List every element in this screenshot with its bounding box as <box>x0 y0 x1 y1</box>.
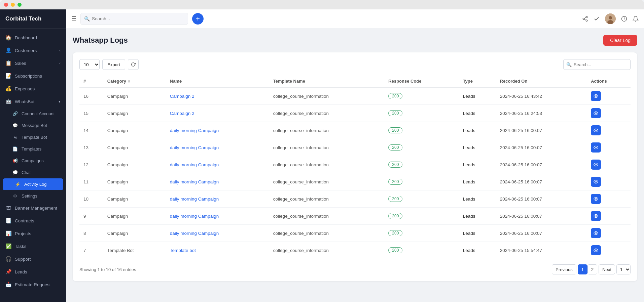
search-icon: 🔍 <box>84 16 90 21</box>
minimize-dot[interactable] <box>11 3 15 7</box>
sidebar-item-estimate-request[interactable]: 📩Estimate Request <box>0 278 66 291</box>
svg-point-2 <box>586 20 587 21</box>
cell-date: 2024-06-25 16:00:07 <box>496 225 587 242</box>
sidebar-item-sales[interactable]: 📋Sales‹ <box>0 57 66 70</box>
page-num-select[interactable]: 1 <box>616 264 631 274</box>
view-button[interactable] <box>591 160 601 170</box>
response-code-badge: 200 <box>388 144 402 150</box>
table-row: 7Template BotTemplate botcollege_course_… <box>79 242 631 259</box>
cell-date: 2024-06-25 16:00:07 <box>496 173 587 190</box>
bell-icon[interactable] <box>633 16 639 22</box>
sidebar-item-expenses[interactable]: 💰Expenses <box>0 82 66 95</box>
connect-account-icon: 🔗 <box>12 111 18 116</box>
cell-name: Campaign 2 <box>166 105 269 122</box>
main-content: Whatsapp Logs Clear Log 102550100 Export… <box>66 28 644 302</box>
view-button[interactable] <box>591 91 601 101</box>
response-code-badge: 200 <box>388 110 402 116</box>
refresh-button[interactable] <box>128 59 139 70</box>
sidebar-item-campaigns[interactable]: 📢Campaigns <box>0 155 66 167</box>
cell-name: daily morning Campaign <box>166 139 269 156</box>
share-icon[interactable] <box>582 16 588 22</box>
sidebar-item-label-leads: Leads <box>15 269 27 274</box>
cell-date: 2024-06-25 16:00:07 <box>496 190 587 208</box>
add-button[interactable]: + <box>192 13 204 25</box>
cell-response: 200 <box>384 225 459 242</box>
cell-date: 2024-06-25 16:24:53 <box>496 105 587 122</box>
topbar: ☰ 🔍 + <box>66 9 644 28</box>
showing-text: Showing 1 to 10 of 16 entries <box>79 267 136 272</box>
search-input[interactable] <box>92 16 184 21</box>
sidebar-item-connect-account[interactable]: 🔗Connect Account <box>0 108 66 120</box>
maximize-dot[interactable] <box>17 3 22 7</box>
view-button[interactable] <box>591 211 601 221</box>
table-row: 15CampaignCampaign 2college_course_infor… <box>79 105 631 122</box>
table-search-input[interactable] <box>574 62 628 67</box>
sidebar-item-support[interactable]: 🎧Support <box>0 253 66 265</box>
sidebar-item-projects[interactable]: 📊Projects <box>0 227 66 240</box>
sidebar-item-label-whatsbot: WhatsBot <box>15 99 35 104</box>
cell-actions <box>587 122 631 139</box>
view-button[interactable] <box>591 245 601 255</box>
sidebar-item-templates[interactable]: 📄Templates <box>0 143 66 155</box>
avatar[interactable] <box>605 13 616 24</box>
sidebar-item-chat[interactable]: 💭Chat <box>0 167 66 178</box>
sidebar-item-leads[interactable]: 📌Leads <box>0 265 66 278</box>
table-row: 10Campaigndaily morning Campaigncollege_… <box>79 190 631 208</box>
sidebar-item-customers[interactable]: 👤Customers‹ <box>0 44 66 57</box>
sidebar-item-label-sales: Sales <box>15 61 26 66</box>
next-page-button[interactable]: Next <box>599 264 615 274</box>
sidebar-item-dashboard[interactable]: 🏠Dashboard <box>0 31 66 44</box>
view-button[interactable] <box>591 108 601 118</box>
expenses-icon: 💰 <box>5 86 11 92</box>
clear-log-button[interactable]: Clear Log <box>603 35 637 46</box>
cell-actions <box>587 208 631 225</box>
view-button[interactable] <box>591 194 601 204</box>
cell-date: 2024-06-25 15:54:47 <box>496 242 587 259</box>
view-button[interactable] <box>591 177 601 187</box>
subscriptions-icon: 📝 <box>5 73 11 79</box>
sidebar-item-whatsbot[interactable]: 🤖WhatsBot▾ <box>0 95 66 108</box>
page-2-button[interactable]: 2 <box>587 264 597 274</box>
export-button[interactable]: Export <box>102 59 125 70</box>
sidebar-item-banner-management[interactable]: 🖼Banner Management <box>0 202 66 214</box>
view-button[interactable] <box>591 228 601 238</box>
menu-icon[interactable]: ☰ <box>71 15 76 22</box>
cell-response: 200 <box>384 190 459 208</box>
sidebar-item-template-bot[interactable]: 🖨Template Bot <box>0 131 66 143</box>
per-page-select[interactable]: 102550100 <box>79 59 100 70</box>
sidebar-item-subscriptions[interactable]: 📝Subscriptions <box>0 70 66 82</box>
sidebar-item-message-bot[interactable]: 💬Message Bot <box>0 120 66 131</box>
chevron-icon: ▾ <box>59 99 61 104</box>
close-dot[interactable] <box>4 3 8 7</box>
col-header-template-name: Template Name <box>269 75 384 87</box>
col-header-#[interactable]: # <box>79 75 103 87</box>
previous-page-button[interactable]: Previous <box>552 264 576 274</box>
sidebar-item-label-tasks: Tasks <box>15 244 27 249</box>
projects-icon: 📊 <box>5 230 11 236</box>
cell-type: Leads <box>459 87 496 105</box>
clock-icon[interactable] <box>621 16 627 22</box>
col-header-recorded-on: Recorded On <box>496 75 587 87</box>
page-1-button[interactable]: 1 <box>578 264 587 274</box>
sidebar-item-activity-log[interactable]: ⚡Activity Log <box>3 178 63 190</box>
cell-template: college_course_information <box>269 242 384 259</box>
svg-point-0 <box>586 16 587 18</box>
sidebar-item-label-banner-management: Banner Management <box>15 206 57 211</box>
sidebar-item-contracts[interactable]: 📑Contracts <box>0 214 66 227</box>
sidebar-item-label-estimate-request: Estimate Request <box>15 282 51 287</box>
cell-response: 200 <box>384 122 459 139</box>
view-button[interactable] <box>591 125 601 135</box>
table-header: #Category⬇NameTemplate NameResponse Code… <box>79 75 631 87</box>
cell-type: Leads <box>459 225 496 242</box>
col-header-category[interactable]: Category⬇ <box>103 75 166 87</box>
sidebar-item-settings[interactable]: ⚙Settings <box>0 190 66 202</box>
svg-line-3 <box>584 19 586 20</box>
response-code-badge: 200 <box>388 162 402 168</box>
cell-response: 200 <box>384 105 459 122</box>
cell-name: daily morning Campaign <box>166 208 269 225</box>
view-button[interactable] <box>591 142 601 153</box>
sidebar-item-label-chat: Chat <box>22 170 31 175</box>
sidebar-item-tasks[interactable]: ✅Tasks <box>0 240 66 253</box>
check-icon[interactable] <box>594 16 600 22</box>
campaigns-icon: 📢 <box>12 158 18 163</box>
